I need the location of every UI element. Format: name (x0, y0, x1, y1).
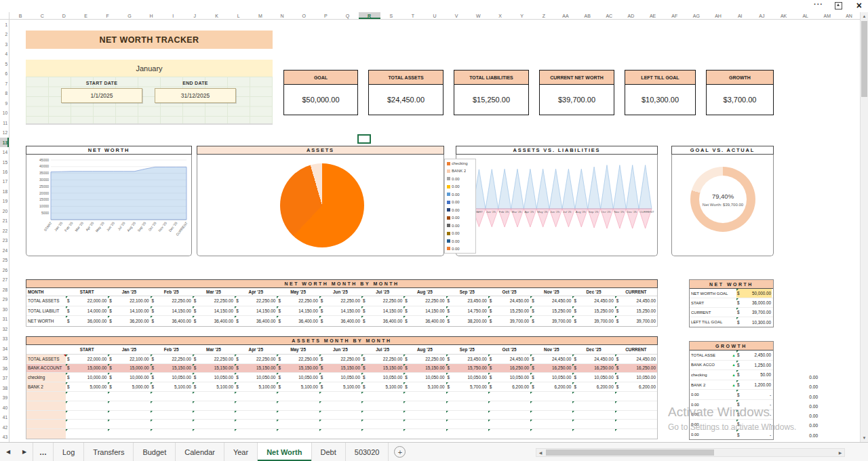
table-cell[interactable] (446, 401, 488, 410)
column-header-E[interactable]: E (75, 12, 96, 19)
row-header-26[interactable]: 26 (0, 265, 9, 275)
table-cell[interactable]: $15,150.00 (193, 364, 235, 373)
table-cell[interactable]: $22,000.00 (66, 296, 108, 306)
table-cell[interactable]: $14,750.00 (446, 306, 488, 316)
table-cell[interactable]: $36,400.00 (277, 316, 319, 326)
sheet-tab-year[interactable]: Year (224, 443, 258, 461)
row-header-25[interactable]: 25 (0, 256, 9, 265)
table-cell[interactable] (193, 392, 235, 401)
table-column-header[interactable]: Dec '25 (572, 345, 614, 354)
end-date-input[interactable]: 31/12/2025 (155, 88, 236, 103)
row-header-12[interactable]: 12 (0, 127, 9, 137)
table-column-header[interactable]: START (66, 288, 108, 296)
table-cell[interactable]: $10,050.00 (615, 373, 657, 382)
table-cell[interactable]: $5,100.00 (193, 382, 235, 391)
row-header-28[interactable]: 28 (0, 285, 9, 294)
row-header-11[interactable]: 11 (0, 118, 9, 127)
column-header-L[interactable]: L (228, 12, 250, 19)
row-header-21[interactable]: 21 (0, 216, 9, 226)
table-cell[interactable]: $15,250.00 (488, 306, 530, 316)
table-cell[interactable] (403, 392, 446, 401)
table-cell[interactable]: $22,250.00 (361, 296, 403, 306)
column-header-AN[interactable]: AN (838, 12, 860, 19)
table-cell[interactable] (361, 429, 403, 439)
column-header-Q[interactable]: Q (336, 12, 358, 19)
row-header-9[interactable]: 9 (0, 98, 9, 108)
table-cell[interactable]: $5,100.00 (319, 382, 361, 391)
table-cell[interactable]: $5,000.00 (66, 382, 108, 391)
table-cell[interactable] (615, 420, 657, 428)
table-cell[interactable]: $38,200.00 (446, 316, 488, 326)
table-cell[interactable]: $14,150.00 (277, 306, 319, 316)
table-column-header[interactable]: Sep '25 (446, 288, 488, 296)
table-cell[interactable]: $39,700.00 (572, 316, 614, 326)
table-column-header[interactable]: Oct '25 (488, 345, 530, 354)
table-cell[interactable] (277, 420, 319, 428)
column-header-P[interactable]: P (315, 12, 336, 19)
column-header-N[interactable]: N (271, 12, 293, 19)
table-cell[interactable] (277, 401, 319, 410)
table-cell[interactable]: $24,450.00 (615, 296, 657, 306)
table-cell[interactable] (66, 401, 108, 410)
table-cell[interactable]: $22,100.00 (108, 296, 150, 306)
table-cell[interactable]: $15,750.00 (446, 364, 488, 373)
select-all-corner[interactable] (0, 12, 9, 19)
table-cell[interactable]: $15,000.00 (108, 364, 150, 373)
table-cell[interactable]: $36,200.00 (108, 316, 150, 326)
table-cell[interactable]: $22,250.00 (193, 296, 235, 306)
table-cell[interactable] (572, 411, 614, 420)
scroll-left-icon[interactable]: ◀ (536, 450, 545, 455)
column-header-AA[interactable]: AA (555, 12, 576, 19)
table-cell[interactable]: $15,150.00 (151, 364, 193, 373)
table-cell[interactable]: $5,100.00 (403, 382, 446, 391)
table-cell[interactable]: $23,450.00 (446, 296, 488, 306)
table-cell[interactable]: $39,700.00 (488, 316, 530, 326)
column-header-B[interactable]: B (9, 12, 31, 19)
table-cell[interactable] (615, 401, 657, 410)
row-header-8[interactable]: 8 (0, 88, 9, 98)
row-label[interactable]: TOTAL ASSETS (26, 296, 66, 306)
table-cell[interactable] (530, 392, 572, 401)
table-column-header[interactable]: May '25 (277, 345, 319, 354)
table-cell[interactable] (108, 429, 150, 439)
table-cell[interactable]: $39,700.00 (530, 316, 572, 326)
table-cell[interactable]: $14,150.00 (235, 306, 277, 316)
table-column-header[interactable]: Jan '25 (108, 288, 150, 296)
table-column-header[interactable]: Aug '25 (403, 345, 446, 354)
table-cell[interactable] (361, 401, 403, 410)
table-cell[interactable] (403, 401, 446, 410)
table-cell[interactable]: $16,250.00 (572, 364, 614, 373)
sheet-tab-calendar[interactable]: Calendar (176, 443, 224, 461)
table-cell[interactable]: $22,250.00 (151, 355, 193, 363)
table-cell[interactable] (319, 401, 361, 410)
column-header-Z[interactable]: Z (533, 12, 555, 19)
scroll-right-icon[interactable]: ▶ (836, 450, 844, 455)
table-cell[interactable]: $22,250.00 (193, 355, 235, 363)
table-cell[interactable]: $15,000.00 (66, 364, 108, 373)
row-label[interactable]: BANK ACCOUNT (26, 364, 66, 373)
vertical-scroll-thumb[interactable] (861, 21, 867, 97)
table-cell[interactable] (235, 392, 277, 401)
column-header-U[interactable]: U (424, 12, 446, 19)
table-cell[interactable]: $6,200.00 (615, 382, 657, 391)
table-column-header[interactable]: Nov '25 (530, 345, 572, 354)
panel-row[interactable]: 0.00$- (690, 390, 773, 400)
sheet-tab-log[interactable]: Log (54, 443, 84, 461)
table-cell[interactable] (403, 420, 446, 428)
table-cell[interactable]: $5,100.00 (277, 382, 319, 391)
table-cell[interactable]: $10,050.00 (403, 373, 446, 382)
table-cell[interactable]: $5,000.00 (108, 382, 150, 391)
table-cell[interactable]: $10,050.00 (488, 373, 530, 382)
table-cell[interactable] (488, 420, 530, 428)
table-cell[interactable]: $23,450.00 (446, 355, 488, 363)
row-header-32[interactable]: 32 (0, 324, 9, 334)
sheet-tab-overflow[interactable]: … (33, 443, 54, 461)
table-cell[interactable]: $22,250.00 (151, 296, 193, 306)
column-header-H[interactable]: H (140, 12, 162, 19)
table-column-header[interactable]: Aug '25 (403, 288, 446, 296)
row-header-5[interactable]: 5 (0, 59, 9, 68)
table-cell[interactable] (193, 411, 235, 420)
table-cell[interactable]: $15,150.00 (235, 364, 277, 373)
column-header-M[interactable]: M (250, 12, 271, 19)
table-column-header[interactable]: CURRENT (615, 288, 657, 296)
